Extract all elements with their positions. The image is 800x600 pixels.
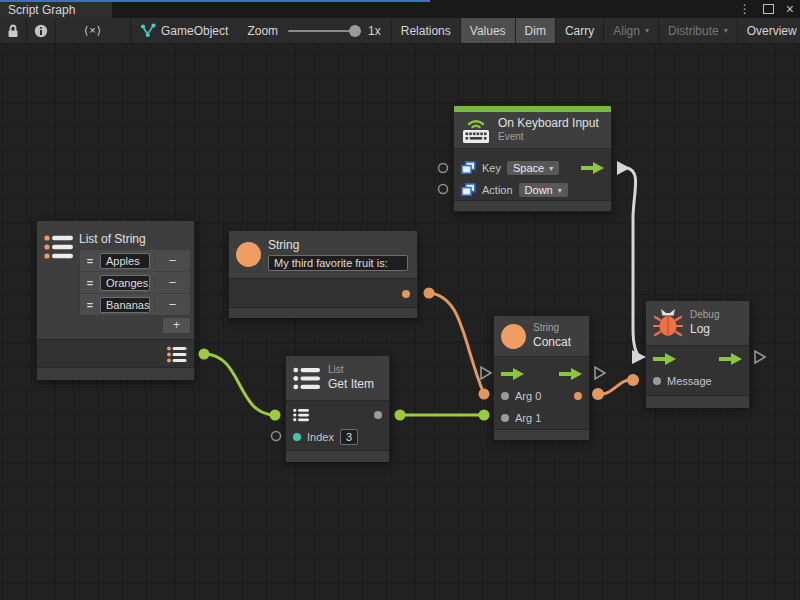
toolbar-button-align[interactable]: Align ▾ (604, 18, 659, 43)
gameobject-label: GameObject (161, 24, 228, 38)
list-item-row: = Apples − (80, 250, 190, 272)
distribute-label: Distribute (668, 24, 719, 38)
node-list-of-string[interactable]: List of String = Apples − = Oranges − (36, 220, 195, 380)
toolbar-button-dim[interactable]: Dim (516, 18, 556, 43)
code-icon: ⟨×⟩ (84, 24, 102, 37)
string-icon (236, 242, 261, 267)
result-output-port[interactable] (574, 392, 582, 400)
tab-script-graph[interactable]: Script Graph (0, 2, 112, 18)
list-input-port[interactable] (293, 408, 310, 422)
action-value: Down (525, 184, 553, 196)
drag-handle[interactable]: = (80, 255, 100, 267)
remove-item-button[interactable]: − (154, 297, 190, 312)
wire-list-to-getitem[interactable] (204, 354, 275, 415)
node-title: String (268, 238, 408, 253)
key-dropdown[interactable]: Space ▾ (507, 161, 559, 175)
unconnected-flow-triangle[interactable] (595, 367, 605, 379)
node-title: Concat (533, 335, 571, 350)
toolbar-button-carry[interactable]: Carry (556, 18, 604, 43)
unconnected-flow-triangle[interactable] (481, 367, 491, 379)
node-subtitle: Event (498, 131, 599, 144)
list-item-row: = Bananas − (80, 294, 190, 315)
wire-endpoint (395, 410, 406, 421)
wire-endpoint (479, 389, 490, 400)
node-get-item[interactable]: List Get Item Index 3 (285, 355, 390, 462)
string-value-input[interactable]: My third favorite fruit is: (268, 255, 408, 271)
zoom-label: Zoom (247, 24, 278, 38)
flow-input-port[interactable] (501, 368, 524, 380)
toolbar-button-values[interactable]: Values (461, 18, 516, 43)
toolbar-button-distribute[interactable]: Distribute ▾ (659, 18, 738, 43)
list-item-input[interactable]: Bananas (100, 297, 150, 313)
item-output-port[interactable] (374, 411, 382, 419)
flow-output-port[interactable] (581, 162, 604, 174)
graph-canvas[interactable]: On Keyboard Input Event Key Space ▾ (0, 44, 800, 600)
window-menu-icon[interactable]: ⋮ (739, 2, 751, 16)
node-on-keyboard-input[interactable]: On Keyboard Input Event Key Space ▾ (453, 105, 612, 212)
maximize-icon[interactable] (763, 4, 774, 14)
drag-handle[interactable]: = (80, 277, 100, 289)
node-string-literal[interactable]: String My third favorite fruit is: (228, 230, 418, 318)
bug-icon (653, 308, 683, 338)
string-output-port[interactable] (402, 290, 410, 298)
index-input[interactable]: 3 (340, 429, 358, 445)
flow-output-port[interactable] (559, 368, 582, 380)
zoom-control: Zoom 1x (237, 18, 390, 43)
list-icon (293, 366, 321, 391)
toolbar-button-overview[interactable]: Overview (738, 18, 800, 43)
list-icon (44, 234, 74, 260)
node-concat[interactable]: String Concat Arg 0 (493, 315, 590, 439)
remove-item-button[interactable]: − (154, 275, 190, 290)
script-graph-window: Script Graph ⋮ × ⟨×⟩ (0, 0, 800, 600)
add-item-button[interactable]: + (162, 317, 191, 334)
zoom-slider-handle[interactable] (349, 25, 361, 37)
list-item-input[interactable]: Oranges (100, 275, 150, 291)
arg0-input-port[interactable] (501, 392, 509, 400)
wire-concat-to-log[interactable] (598, 380, 633, 394)
index-input-port[interactable] (293, 433, 301, 441)
unconnected-flow-triangle[interactable] (755, 351, 765, 363)
toolbar-button-relations[interactable]: Relations (391, 18, 461, 43)
node-footer (494, 429, 589, 440)
info-icon (34, 24, 48, 38)
close-icon[interactable]: × (786, 3, 794, 15)
wire-string-to-concat[interactable] (429, 293, 484, 394)
node-debug-log[interactable]: Debug Log Message (645, 300, 750, 407)
gameobject-button[interactable]: GameObject (131, 18, 237, 43)
unconnected-port-circle[interactable] (439, 185, 448, 194)
node-title: Log (690, 322, 719, 337)
flow-input-port[interactable] (653, 353, 676, 365)
wire-endpoint (592, 388, 604, 400)
index-label: Index (307, 431, 334, 443)
info-button[interactable] (27, 18, 56, 43)
node-footer (646, 395, 749, 408)
flow-output-port[interactable] (719, 353, 742, 365)
insert-unit-button[interactable]: ⟨×⟩ (56, 18, 131, 43)
zoom-slider[interactable] (288, 30, 360, 32)
node-category: Debug (690, 309, 719, 322)
wire-keyboard-to-log[interactable] (627, 168, 641, 357)
unconnected-port-circle[interactable] (272, 432, 281, 441)
node-title: List of String (79, 232, 146, 247)
wire-endpoint (627, 374, 639, 386)
action-dropdown[interactable]: Down ▾ (519, 183, 568, 197)
unconnected-port-circle[interactable] (439, 164, 448, 173)
lock-button[interactable] (0, 18, 27, 43)
list-editor: = Apples − = Oranges − = Bananas − (79, 249, 191, 334)
chevron-down-icon: ▾ (549, 164, 553, 173)
arg1-label: Arg 1 (515, 412, 541, 424)
node-category: String (533, 322, 571, 335)
arg1-input-port[interactable] (501, 414, 509, 422)
message-input-port[interactable] (653, 377, 661, 385)
list-item-input[interactable]: Apples (100, 253, 150, 269)
property-icon (461, 183, 476, 197)
graph-toolbar: ⟨×⟩ GameObject Zoom 1x Relations Values … (0, 18, 800, 44)
arg0-label: Arg 0 (515, 390, 541, 402)
remove-item-button[interactable]: − (154, 253, 190, 268)
list-item-row: = Oranges − (80, 272, 190, 294)
node-footer (286, 450, 389, 462)
list-output-port[interactable] (167, 346, 187, 363)
node-title: Get Item (328, 377, 374, 392)
wire-start-arrow (617, 161, 630, 175)
drag-handle[interactable]: = (80, 299, 100, 311)
